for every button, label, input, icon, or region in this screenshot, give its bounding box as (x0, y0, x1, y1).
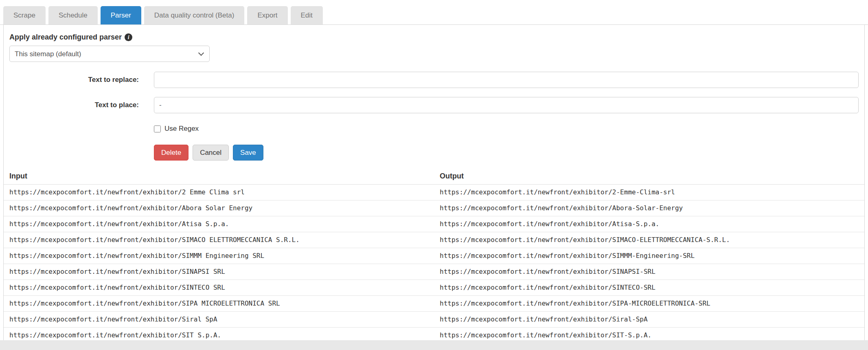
tab-schedule[interactable]: Schedule (48, 6, 98, 24)
output-cell: https://mcexpocomfort.it/newfront/exhibi… (434, 232, 864, 248)
section-title: Apply already configured parser i (9, 33, 864, 42)
input-cell: https://mcexpocomfort.it/newfront/exhibi… (4, 311, 434, 327)
output-cell: https://mcexpocomfort.it/newfront/exhibi… (434, 280, 864, 295)
table-row: https://mcexpocomfort.it/newfront/exhibi… (4, 184, 864, 200)
output-cell: https://mcexpocomfort.it/newfront/exhibi… (434, 264, 864, 280)
table-row: https://mcexpocomfort.it/newfront/exhibi… (4, 264, 864, 280)
text-to-place-label: Text to place: (4, 97, 139, 109)
text-to-place-input[interactable] (154, 97, 859, 113)
table-row: https://mcexpocomfort.it/newfront/exhibi… (4, 311, 864, 327)
output-cell: https://mcexpocomfort.it/newfront/exhibi… (434, 248, 864, 264)
sitemap-select-wrap: This sitemap (default) (9, 46, 210, 62)
text-to-place-field-wrap (154, 97, 859, 113)
output-cell: https://mcexpocomfort.it/newfront/exhibi… (434, 311, 864, 327)
table-row: https://mcexpocomfort.it/newfront/exhibi… (4, 295, 864, 311)
use-regex-label[interactable]: Use Regex (154, 125, 199, 133)
use-regex-checkbox[interactable] (154, 125, 161, 132)
text-to-replace-row: Text to replace: (4, 72, 864, 88)
cancel-button[interactable]: Cancel (193, 145, 229, 161)
section-title-text: Apply already configured parser (9, 33, 122, 42)
tab-data-quality-control[interactable]: Data quality control (Beta) (144, 6, 245, 24)
input-cell: https://mcexpocomfort.it/newfront/exhibi… (4, 200, 434, 216)
input-cell: https://mcexpocomfort.it/newfront/exhibi… (4, 184, 434, 200)
input-cell: https://mcexpocomfort.it/newfront/exhibi… (4, 280, 434, 295)
use-regex-row: Use Regex (154, 125, 864, 134)
text-to-place-row: Text to place: (4, 97, 864, 113)
input-cell: https://mcexpocomfort.it/newfront/exhibi… (4, 232, 434, 248)
tab-export[interactable]: Export (247, 6, 287, 24)
tab-bar: Scrape Schedule Parser Data quality cont… (0, 0, 868, 25)
input-cell: https://mcexpocomfort.it/newfront/exhibi… (4, 248, 434, 264)
table-row: https://mcexpocomfort.it/newfront/exhibi… (4, 248, 864, 264)
parser-panel: Apply already configured parser i This s… (3, 25, 865, 350)
table-row: https://mcexpocomfort.it/newfront/exhibi… (4, 232, 864, 248)
sitemap-select[interactable]: This sitemap (default) (9, 46, 210, 62)
input-cell: https://mcexpocomfort.it/newfront/exhibi… (4, 264, 434, 280)
input-column-header: Input (4, 169, 434, 185)
table-row: https://mcexpocomfort.it/newfront/exhibi… (4, 200, 864, 216)
table-header-row: Input Output (4, 169, 864, 185)
tab-scrape[interactable]: Scrape (3, 6, 46, 24)
delete-button[interactable]: Delete (154, 145, 189, 161)
output-cell: https://mcexpocomfort.it/newfront/exhibi… (434, 216, 864, 232)
input-cell: https://mcexpocomfort.it/newfront/exhibi… (4, 216, 434, 232)
table-row: https://mcexpocomfort.it/newfront/exhibi… (4, 216, 864, 232)
text-to-replace-label: Text to replace: (4, 72, 139, 84)
text-to-replace-input[interactable] (154, 72, 859, 88)
button-row: Delete Cancel Save (154, 145, 864, 161)
output-column-header: Output (434, 169, 864, 185)
tab-parser[interactable]: Parser (101, 6, 141, 24)
info-icon[interactable]: i (125, 33, 132, 41)
table-row: https://mcexpocomfort.it/newfront/exhibi… (4, 280, 864, 295)
output-cell: https://mcexpocomfort.it/newfront/exhibi… (434, 295, 864, 311)
text-to-replace-field-wrap (154, 72, 859, 88)
output-cell: https://mcexpocomfort.it/newfront/exhibi… (434, 200, 864, 216)
use-regex-label-text: Use Regex (164, 125, 199, 133)
input-cell: https://mcexpocomfort.it/newfront/exhibi… (4, 295, 434, 311)
save-button[interactable]: Save (233, 145, 263, 161)
tab-edit[interactable]: Edit (291, 6, 323, 24)
output-cell: https://mcexpocomfort.it/newfront/exhibi… (434, 184, 864, 200)
results-table: Input Output https://mcexpocomfort.it/ne… (4, 169, 864, 343)
footer-strip (0, 340, 868, 350)
